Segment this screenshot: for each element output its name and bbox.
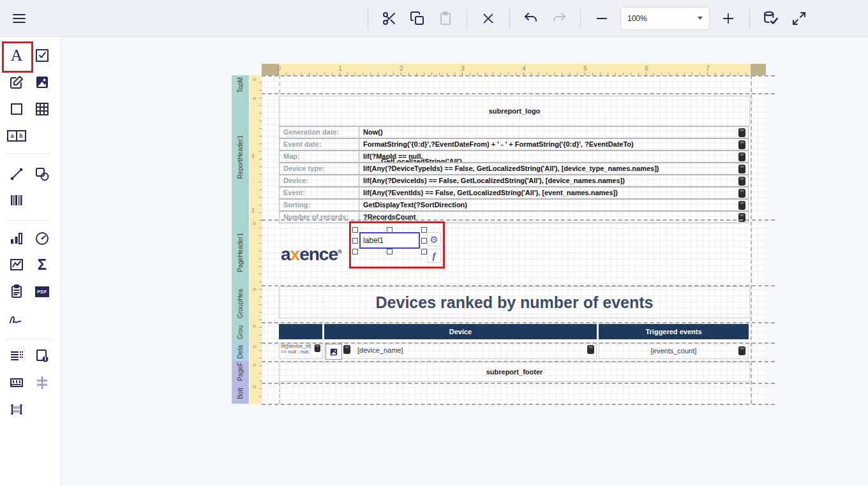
- table-grid-icon: [34, 101, 50, 117]
- field-label: Device type:: [280, 163, 359, 174]
- tool-shape[interactable]: [30, 162, 54, 186]
- band-bottom-margin[interactable]: Bott: [232, 383, 249, 404]
- data-source-icon: [738, 346, 745, 355]
- band-page-footer[interactable]: PageF: [232, 361, 249, 383]
- table-header-empty-cell[interactable]: [279, 324, 322, 339]
- field-expression: Iif(?MapId == null,GetLocalizedString('A…: [360, 151, 748, 162]
- resize-handle-n[interactable]: [387, 227, 393, 233]
- component-settings-button[interactable]: ⚙: [427, 232, 441, 246]
- tool-panel[interactable]: [4, 97, 29, 121]
- tool-barcode[interactable]: [4, 188, 29, 212]
- hamburger-icon: [11, 11, 27, 26]
- image-icon: [329, 348, 338, 357]
- label1-textbox[interactable]: label1: [359, 232, 420, 249]
- tool-text-in-cells[interactable]: a b: [4, 124, 29, 148]
- tool-rich-text[interactable]: [4, 70, 29, 94]
- field-row-generation-date[interactable]: Generation date: Now(): [279, 126, 749, 138]
- ruler-number: 0: [251, 78, 257, 80]
- ruler-number: 0: [274, 65, 284, 72]
- tool-checkbox[interactable]: [30, 43, 54, 68]
- resize-handle-nw[interactable]: [352, 227, 358, 233]
- page-info-icon: [34, 348, 50, 364]
- field-label: Event date:: [280, 139, 359, 150]
- band-group[interactable]: Grou: [232, 322, 249, 343]
- delete-x-icon: [481, 11, 495, 26]
- redo-button[interactable]: [550, 8, 569, 29]
- band-page-header[interactable]: PageHeader1: [232, 219, 249, 286]
- field-row-map[interactable]: Map: Iif(?MapId == null,GetLocalizedStri…: [279, 151, 749, 163]
- field-row-device[interactable]: Device: Iif(Any(?DeviceIds) == False, Ge…: [279, 175, 749, 187]
- field-row-sorting[interactable]: Sorting: GetDisplayText(?SortDirection): [279, 199, 749, 211]
- gear-icon: ⚙: [430, 235, 438, 244]
- table-header-device[interactable]: Device: [324, 324, 597, 339]
- tool-cross-band[interactable]: [4, 397, 29, 422]
- image-icon: [34, 75, 50, 90]
- tool-band[interactable]: [4, 371, 29, 395]
- report-title-component[interactable]: Devices ranked by number of events: [279, 286, 750, 318]
- data-cell-events-count[interactable]: [events_count]: [599, 342, 749, 359]
- band-group-header[interactable]: GroupHea: [232, 285, 249, 323]
- tool-pdf-export[interactable]: PDF: [30, 279, 54, 304]
- tool-sparkline[interactable]: [4, 253, 29, 277]
- zoom-out-button[interactable]: [592, 8, 611, 29]
- data-cell-condition[interactable]: Iif([device_id] == null , null,: [279, 342, 322, 359]
- signature-icon: [8, 310, 25, 327]
- page-margin-line: [751, 75, 752, 404]
- field-row-event[interactable]: Event: Iif(Any(?EventIds) == False, GetL…: [279, 187, 749, 199]
- tool-page-info[interactable]: [30, 344, 54, 368]
- zoom-in-button[interactable]: [719, 8, 738, 29]
- subreport-footer-component[interactable]: subreport_footer: [279, 362, 750, 382]
- vertical-ruler: 0 0 1 2 0 0 0 0 0 0: [249, 75, 262, 404]
- fullscreen-button[interactable]: [789, 8, 809, 29]
- tool-chart[interactable]: [4, 226, 29, 251]
- axence-logo[interactable]: axence®: [281, 244, 342, 265]
- table-header-triggered-events[interactable]: Triggered events: [599, 324, 749, 339]
- field-row-device-type[interactable]: Device type: Iif(Any(?DeviceTypeIds) == …: [279, 163, 749, 175]
- undo-button[interactable]: [521, 8, 541, 29]
- zoom-level-select[interactable]: 100%: [620, 7, 710, 30]
- data-source-icon: [738, 165, 745, 173]
- field-label: Number of records:: [280, 212, 359, 223]
- toolbar-separator: [749, 8, 750, 29]
- tool-image[interactable]: [30, 70, 54, 94]
- tool-subreport[interactable]: [4, 344, 29, 368]
- toolbar-separator: [580, 8, 581, 29]
- paste-button[interactable]: [436, 8, 455, 29]
- band-top-margin[interactable]: TopM: [232, 75, 249, 95]
- cut-button[interactable]: [380, 8, 399, 29]
- resize-handle-s[interactable]: [387, 249, 393, 254]
- delete-button[interactable]: [479, 8, 498, 29]
- ab-icon-a: a: [7, 130, 17, 142]
- resize-handle-se[interactable]: [421, 249, 427, 254]
- shapes-icon: [34, 166, 50, 182]
- tool-line[interactable]: [4, 162, 29, 186]
- subreport-logo-component[interactable]: subreport_logo: [279, 96, 750, 126]
- tool-vertical-spacing[interactable]: [30, 371, 54, 395]
- tool-clipboard[interactable]: [4, 279, 29, 304]
- data-source-icon: [587, 345, 594, 354]
- toolbar-center: 100%: [365, 0, 809, 36]
- edit-pencil-icon: [9, 75, 24, 90]
- band-report-header[interactable]: ReportHeader1: [232, 94, 249, 220]
- resize-handle-ne[interactable]: [421, 227, 427, 233]
- tool-math-formula[interactable]: Σ: [30, 253, 54, 277]
- tool-gauge[interactable]: [30, 226, 54, 251]
- field-row-event-date[interactable]: Event date: FormatString('{0:d}',?EventD…: [279, 138, 749, 151]
- device-image-component[interactable]: [326, 344, 342, 360]
- device-name-field[interactable]: [device_name]: [357, 346, 403, 354]
- band-data[interactable]: Deta: [232, 342, 249, 362]
- resize-handle-sw[interactable]: [352, 249, 358, 254]
- resize-handle-e[interactable]: [421, 238, 427, 244]
- resize-handle-w[interactable]: [352, 238, 358, 244]
- selected-tool-highlight: [2, 41, 33, 73]
- menu-button[interactable]: [10, 8, 29, 29]
- check-data-button[interactable]: [761, 8, 781, 29]
- copy-button[interactable]: [408, 8, 427, 29]
- field-row-records-count[interactable]: Number of records: ?RecordsCount: [279, 211, 749, 223]
- expand-icon: [791, 11, 807, 26]
- tool-signature[interactable]: [4, 306, 29, 330]
- tool-table[interactable]: [30, 97, 54, 121]
- page-margin-line: [279, 383, 280, 404]
- expression-editor-button[interactable]: f: [427, 249, 441, 263]
- field-expression: Iif(Any(?DeviceTypeIds) == False, GetLoc…: [360, 163, 748, 174]
